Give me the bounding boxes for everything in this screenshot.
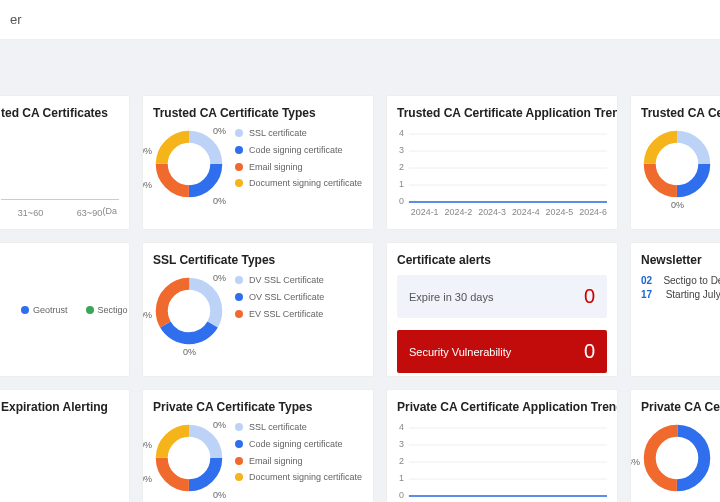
card-title: Private CA Certifi xyxy=(641,400,720,414)
y-tick: 2 xyxy=(399,162,404,172)
pct-label: 0% xyxy=(183,347,196,357)
legend-item: EV SSL Certificate xyxy=(249,309,323,320)
svg-text:1: 1 xyxy=(399,473,404,483)
pct-label: 0% xyxy=(142,310,152,320)
bar-chart-placeholder: 31~60 63~90 (Da xyxy=(1,128,119,218)
y-tick: 1 xyxy=(399,179,404,189)
legend-item: Document signing certificate xyxy=(249,472,362,483)
card-private-trends: Private CA Certificate Application Trend… xyxy=(386,389,618,502)
top-bar: er xyxy=(0,0,720,40)
chart-legend: DV SSL Certificate OV SSL Certificate EV… xyxy=(225,275,324,347)
y-tick: 0 xyxy=(399,196,404,206)
card-certificate-alerts: Certificate alerts Expire in 30 days 0 S… xyxy=(386,242,618,377)
card-title: Private CA Certificate Application Trend… xyxy=(397,400,607,414)
pct-label: 0% xyxy=(142,440,152,450)
card-private-ca-right: Private CA Certifi 3% xyxy=(630,389,720,502)
card-expiration-alerting: Expiration Alerting 31~60 63~90 (Da xyxy=(0,389,130,502)
pct-label: 0% xyxy=(142,146,152,156)
pct-label: 3% xyxy=(630,457,640,467)
legend-item: Code signing certificate xyxy=(249,439,343,450)
donut-chart: 0% 0% 0% xyxy=(153,275,225,347)
card-providers: Geotrust Sectigo xyxy=(0,242,130,377)
card-trusted-ca-types: Trusted CA Certificate Types 0% 0% 0% 0%… xyxy=(142,95,374,230)
card-trusted-ca-certificates: ted CA Certificates 31~60 63~90 (Da xyxy=(0,95,130,230)
svg-text:2024-5: 2024-5 xyxy=(546,207,574,217)
card-title xyxy=(1,253,119,267)
pct-label: 0% xyxy=(213,273,226,283)
legend-item: Code signing certificate xyxy=(249,145,343,156)
card-title: Expiration Alerting xyxy=(1,400,119,414)
card-title: Newsletter xyxy=(641,253,720,267)
svg-text:2024-2: 2024-2 xyxy=(445,207,473,217)
alert-label: Expire in 30 days xyxy=(409,291,493,303)
pct-label: 0% xyxy=(142,474,152,484)
card-title: Certificate alerts xyxy=(397,253,607,267)
alert-vulnerability-box[interactable]: Security Vulnerability 0 xyxy=(397,330,607,373)
svg-text:2024-4: 2024-4 xyxy=(512,207,540,217)
line-chart: 4 3 2 1 0 2024-1 2024-2 2024-3 2024-4 20… xyxy=(397,128,607,218)
donut-chart: 3% xyxy=(641,422,713,494)
pct-label: 0% xyxy=(213,126,226,136)
top-bar-text: er xyxy=(10,12,22,27)
x-tick: 63~90 xyxy=(77,208,102,218)
alert-value: 0 xyxy=(584,340,595,363)
legend-item: OV SSL Certificate xyxy=(249,292,324,303)
axis-unit: (Da xyxy=(102,206,117,216)
legend-item: Geotrust xyxy=(33,305,68,315)
bar-chart-placeholder: 31~60 63~90 (Da xyxy=(1,422,119,502)
card-newsletter: Newsletter 02 Sectigo to Dep 17 Starting… xyxy=(630,242,720,377)
x-tick: 31~60 xyxy=(18,208,43,218)
pct-label: 0% xyxy=(213,196,226,206)
line-chart: 4 3 2 1 0 2024-1 2024-2 2024-3 2024-4 20… xyxy=(397,422,607,502)
news-date: 17 xyxy=(641,289,658,300)
y-tick: 3 xyxy=(399,145,404,155)
svg-text:3: 3 xyxy=(399,439,404,449)
news-text: Starting July 1 xyxy=(666,289,720,300)
svg-text:0: 0 xyxy=(399,490,404,500)
card-title: Trusted CA Certificate Types xyxy=(153,106,363,120)
chart-legend: SSL certificate Code signing certificate… xyxy=(225,128,362,200)
donut-chart: 0% xyxy=(641,128,713,200)
svg-text:2024-3: 2024-3 xyxy=(478,207,506,217)
legend-item: SSL certificate xyxy=(249,128,307,139)
pct-label: 0% xyxy=(213,420,226,430)
alert-expire-box[interactable]: Expire in 30 days 0 xyxy=(397,275,607,318)
card-title: ted CA Certificates xyxy=(1,106,119,120)
pct-label: 0% xyxy=(213,490,226,500)
card-trusted-trends: Trusted CA Certificate Application Trend… xyxy=(386,95,618,230)
donut-chart: 0% 0% 0% 0% xyxy=(153,422,225,494)
card-title: Private CA Certificate Types xyxy=(153,400,363,414)
legend-item: SSL certificate xyxy=(249,422,307,433)
svg-text:2024-6: 2024-6 xyxy=(579,207,607,217)
pct-label: 0% xyxy=(671,200,684,210)
svg-text:2: 2 xyxy=(399,456,404,466)
pct-label: 0% xyxy=(142,180,152,190)
legend-item: DV SSL Certificate xyxy=(249,275,324,286)
alert-label: Security Vulnerability xyxy=(409,346,511,358)
y-tick: 4 xyxy=(399,128,404,138)
news-date: 02 xyxy=(641,275,655,286)
card-title: Trusted CA Certificate Application Trend… xyxy=(397,106,607,120)
news-text: Sectigo to Dep xyxy=(663,275,720,286)
news-item[interactable]: 17 Starting July 1 xyxy=(641,289,720,300)
legend-item: Document signing certificate xyxy=(249,178,362,189)
alert-value: 0 xyxy=(584,285,595,308)
card-title: Trusted CA Certifi xyxy=(641,106,720,120)
svg-text:4: 4 xyxy=(399,422,404,432)
card-title: SSL Certificate Types xyxy=(153,253,363,267)
card-trusted-ca-right: Trusted CA Certifi 0% xyxy=(630,95,720,230)
donut-chart: 0% 0% 0% 0% xyxy=(153,128,225,200)
news-item[interactable]: 02 Sectigo to Dep xyxy=(641,275,720,286)
legend-item: Sectigo xyxy=(98,305,128,315)
card-ssl-types: SSL Certificate Types 0% 0% 0% DV SSL Ce… xyxy=(142,242,374,377)
legend-item: Email signing xyxy=(249,162,303,173)
legend-item: Email signing xyxy=(249,456,303,467)
providers-legend: Geotrust Sectigo xyxy=(1,275,119,345)
chart-legend: SSL certificate Code signing certificate… xyxy=(225,422,362,494)
card-private-ca-types: Private CA Certificate Types 0% 0% 0% 0%… xyxy=(142,389,374,502)
svg-text:2024-1: 2024-1 xyxy=(411,207,439,217)
